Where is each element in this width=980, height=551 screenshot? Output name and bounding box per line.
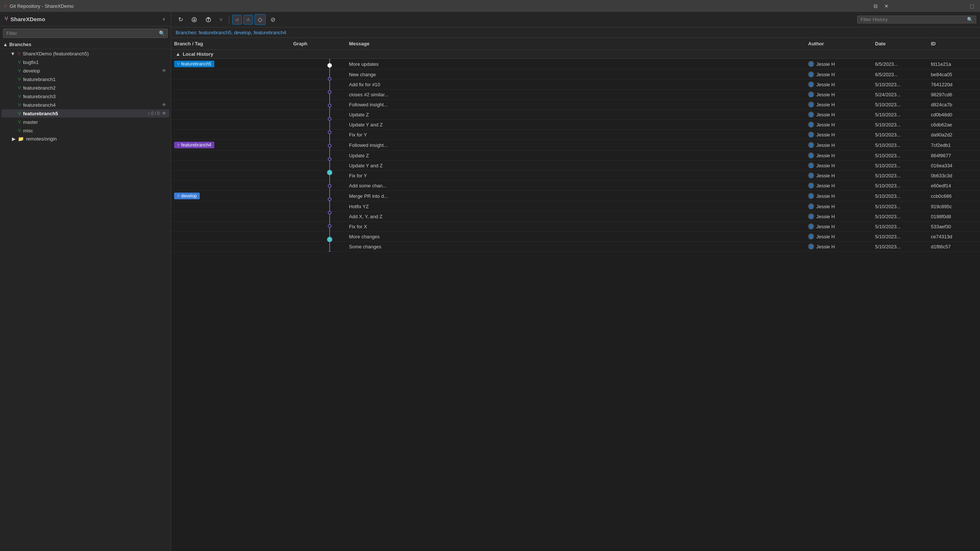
branch-icon: ⑂: [18, 102, 21, 108]
graph-view-button[interactable]: ⑁: [232, 15, 242, 25]
branches-section-header[interactable]: ▲ Branches: [0, 40, 171, 49]
local-history-section[interactable]: ▲ Local History: [171, 50, 980, 59]
sidebar-item-featurebranch2[interactable]: ⑂ featurebranch2: [2, 84, 169, 92]
commit-row[interactable]: Fix for Y 👤 Jessie H 5/10/2023... 0b633c…: [171, 171, 980, 181]
message-cell: Update Y and Z: [346, 161, 805, 170]
folder-icon: 📁: [18, 136, 24, 142]
branch-label: master: [23, 119, 166, 125]
repo-type-icon: ⑂: [18, 51, 21, 57]
commit-row[interactable]: Fix for Y 👤 Jessie H 5/10/2023... da90a2…: [171, 130, 980, 140]
commit-row[interactable]: Add X, Y, and Z 👤 Jessie H 5/10/2023... …: [171, 211, 980, 222]
avatar: 👤: [808, 71, 814, 77]
avatar: 👤: [808, 162, 814, 168]
branch-tag-icon: ⑂: [177, 142, 180, 148]
sidebar-item-master[interactable]: ⑂ master: [2, 118, 169, 126]
message-cell: More changes: [346, 232, 805, 241]
featurebranch5-eye-icon: 👁: [162, 111, 166, 116]
col-message: Message: [346, 40, 805, 48]
branch-icon: ⑂: [18, 93, 21, 99]
fetch-button[interactable]: [188, 15, 200, 25]
history-container[interactable]: Branch / Tag Graph Message Author Date I…: [171, 38, 980, 551]
branches-expand-icon: ▲: [3, 42, 8, 47]
author-cell: 👤 Jessie H: [805, 211, 872, 221]
sidebar-item-misc[interactable]: ⑂ misc: [2, 126, 169, 135]
author-cell: 👤 Jessie H: [805, 140, 872, 150]
pull-button[interactable]: [202, 15, 215, 25]
list-view-button[interactable]: ⑃: [243, 15, 253, 25]
filter-button[interactable]: ⊘: [267, 14, 279, 25]
col-scrollbar: [972, 40, 980, 48]
branch-button[interactable]: ⑂: [216, 15, 226, 25]
sidebar-item-featurebranch5[interactable]: ⑂ featurebranch5 ↕ 0 / 0 👁: [2, 109, 169, 118]
message-cell: Hotfix YZ: [346, 202, 805, 211]
commit-row[interactable]: Hotfix YZ 👤 Jessie H 5/10/2023... 919c89…: [171, 202, 980, 211]
branch-tag-cell: [171, 73, 290, 76]
branch-tag-cell: ⑂ featurebranch5: [171, 59, 290, 69]
commit-row[interactable]: More changes 👤 Jessie H 5/10/2023... ce7…: [171, 232, 980, 242]
close-button[interactable]: ✕: [882, 3, 891, 10]
date-cell: 5/10/2023...: [872, 161, 928, 170]
sidebar-item-sharexdemo[interactable]: ▼ ⑂ ShareXDemo (featurebranch5): [2, 49, 169, 58]
sidebar-item-remotes-origin[interactable]: ▶ 📁 remotes/origin: [2, 135, 169, 143]
commit-row[interactable]: Update Z 👤 Jessie H 5/10/2023... 864f967…: [171, 151, 980, 160]
col-branch-tag: Branch / Tag: [171, 40, 290, 48]
author-name: Jessie H: [816, 72, 835, 77]
toolbar-separator-1: [229, 16, 229, 24]
branch-tag-cell: ⑂ develop: [171, 191, 290, 201]
commit-row[interactable]: Some changes 👤 Jessie H 5/10/2023... d1f…: [171, 242, 980, 252]
author-cell: 👤 Jessie H: [805, 202, 872, 211]
commit-row[interactable]: ⑂ develop Merge PR into d... 👤 Jessie H …: [171, 191, 980, 202]
branch-icon: ⑂: [18, 68, 21, 74]
sidebar-item-featurebranch1[interactable]: ⑂ featurebranch1: [2, 75, 169, 83]
date-cell: 5/10/2023...: [872, 192, 928, 201]
message-cell: Followed insight...: [346, 141, 805, 150]
sidebar-filter-input[interactable]: [3, 29, 157, 38]
id-cell: 7cf2edb1: [928, 141, 972, 150]
branch-tag-label: featurebranch5: [181, 61, 211, 67]
pin-button[interactable]: ⊟: [871, 3, 880, 10]
avatar: 👤: [808, 213, 814, 219]
commit-row[interactable]: closes #2 similar... 👤 Jessie H 5/24/202…: [171, 90, 980, 100]
avatar: 👤: [808, 224, 814, 229]
commit-row[interactable]: Update Z 👤 Jessie H 5/10/2023... cd0b48d…: [171, 110, 980, 120]
author-cell: 👤 Jessie H: [805, 191, 872, 201]
branch-label: featurebranch2: [23, 85, 166, 91]
id-cell: fd11e21a: [928, 59, 972, 69]
commit-row[interactable]: Add some chan... 👤 Jessie H 5/10/2023...…: [171, 181, 980, 191]
filter-history-input[interactable]: [861, 17, 965, 22]
maximize-button[interactable]: ⬚: [967, 3, 976, 10]
author-name: Jessie H: [816, 173, 835, 178]
id-cell: ce74313d: [928, 232, 972, 241]
commit-row[interactable]: ⑂ featurebranch4 Followed insight... 👤 J…: [171, 140, 980, 151]
author-cell: 👤 Jessie H: [805, 120, 872, 129]
sidebar-item-featurebranch4[interactable]: ⑂ featurebranch4 👁: [2, 101, 169, 109]
commit-row[interactable]: Fix for X 👤 Jessie H 5/10/2023... 533aef…: [171, 222, 980, 232]
tag-button[interactable]: ◇: [255, 14, 266, 25]
commit-row[interactable]: Followed insight... 👤 Jessie H 5/10/2023…: [171, 100, 980, 110]
sidebar-collapse-button[interactable]: ‹: [161, 15, 166, 23]
sidebar-item-develop[interactable]: ⑂ develop 👁: [2, 67, 169, 75]
branch-label: featurebranch5: [23, 111, 145, 116]
commit-row[interactable]: Update Y and Z 👤 Jessie H 5/10/2023... 0…: [171, 160, 980, 171]
author-cell: 👤 Jessie H: [805, 160, 872, 170]
author-cell: 👤 Jessie H: [805, 242, 872, 251]
sidebar-header: ⑂ ShareXDemo ‹: [0, 12, 171, 26]
refresh-button[interactable]: ↻: [175, 14, 186, 25]
repo-name: ShareXDemo: [10, 16, 45, 22]
date-cell: 5/10/2023...: [872, 232, 928, 241]
branch-tag-cell: [171, 205, 290, 208]
author-name: Jessie H: [816, 142, 835, 148]
commit-row[interactable]: New change 👤 Jessie H 6/5/2023... be84ca…: [171, 70, 980, 79]
branch-tag-icon: ⑂: [177, 193, 180, 198]
branch-tag-cell: ⑂ featurebranch4: [171, 140, 290, 150]
commit-row[interactable]: Update Y and Z 👤 Jessie H 5/10/2023... c…: [171, 120, 980, 130]
date-cell: 6/5/2023...: [872, 59, 928, 69]
commit-row[interactable]: ⑂ featurebranch5 More updates 👤 Jessie H…: [171, 59, 980, 70]
sidebar-filter-search-button[interactable]: 🔍: [157, 29, 167, 38]
sync-badge: ↕ 0 / 0: [147, 111, 160, 116]
id-cell: da90a2d2: [928, 130, 972, 140]
sidebar-item-bugfix1[interactable]: ⑂ bugfix1: [2, 58, 169, 66]
sidebar-item-featurebranch3[interactable]: ⑂ featurebranch3: [2, 92, 169, 100]
title-bar-actions: ⊟ ✕ ⬚: [871, 3, 976, 10]
commit-row[interactable]: Add fix for #10 👤 Jessie H 5/10/2023... …: [171, 79, 980, 90]
